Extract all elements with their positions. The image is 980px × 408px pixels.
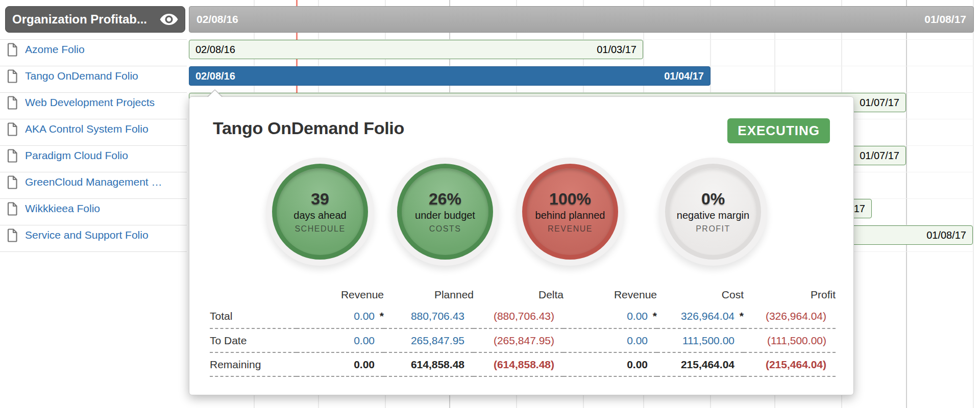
status-badge: EXECUTING — [727, 118, 830, 143]
timeline-start-date: 02/08/16 — [197, 13, 238, 26]
folio-link[interactable]: Tango OnDemand Folio — [25, 70, 138, 82]
row-label: Remaining — [210, 352, 297, 376]
column-header: Delta — [474, 285, 564, 304]
gauge-metric: COSTS — [429, 224, 461, 234]
table-row: Remaining0.00614,858.48(614,858.48)0.002… — [210, 352, 836, 376]
folio-link[interactable]: Web Development Projects — [25, 96, 155, 109]
document-icon — [7, 122, 18, 136]
cell-value: 0.00 — [354, 310, 375, 322]
portfolio-header: Organization Profitab... — [5, 6, 185, 33]
gauge-profit: 0%negative marginPROFIT — [659, 158, 767, 266]
gauge-label: days ahead — [293, 210, 346, 221]
gantt-bar[interactable]: 02/08/1601/03/17 — [189, 40, 643, 59]
sidebar-item[interactable]: Wikkkieea Folio — [7, 198, 185, 219]
month-gridline — [906, 0, 907, 408]
column-header: Cost — [657, 285, 744, 304]
document-icon — [7, 96, 18, 110]
bar-start-date: 02/08/16 — [195, 44, 235, 56]
document-icon — [7, 149, 18, 163]
cell-value: (215,464.04) — [766, 359, 826, 370]
column-header: Planned — [384, 285, 474, 304]
timeline-end-date: 01/08/17 — [924, 13, 966, 26]
gauge-value: 39 — [311, 190, 329, 209]
gauge-row: 39days aheadSCHEDULE26%under budgetCOSTS… — [189, 158, 853, 268]
bar-end-date: 01/04/17 — [664, 70, 704, 82]
gauge-label: negative margin — [677, 210, 749, 221]
gauge-revenue: 100%behind plannedREVENUE — [516, 158, 624, 266]
table-row: Total0.00*880,706.43(880,706.43)0.00*326… — [210, 304, 836, 328]
gauge-value: 0% — [701, 190, 725, 209]
row-separator — [0, 251, 187, 252]
asterisk-marker: * — [375, 310, 384, 322]
timeline-header: 02/08/16 01/08/17 — [189, 6, 974, 33]
gauge-metric: REVENUE — [548, 224, 593, 234]
folio-link[interactable]: GreenCloud Management … — [25, 176, 162, 188]
row-label: To Date — [210, 328, 297, 352]
document-icon — [7, 202, 18, 216]
cell-value: 0.00 — [354, 359, 375, 370]
document-icon — [7, 175, 18, 189]
folio-link[interactable]: Paradigm Cloud Folio — [25, 149, 128, 162]
cell-value: (614,858.48) — [494, 359, 554, 370]
column-header: Revenue — [297, 285, 384, 304]
sidebar-item[interactable]: Azome Folio — [7, 39, 185, 60]
cell-value: 0.00 — [627, 310, 648, 322]
bar-end-date: 01/08/17 — [926, 230, 966, 241]
bar-end-date: 01/07/17 — [860, 97, 899, 109]
gauge-costs: 26%under budgetCOSTS — [391, 158, 499, 266]
cell-value: 111,500.00 — [682, 335, 734, 346]
sidebar-item[interactable]: Tango OnDemand Folio — [7, 66, 185, 86]
gauge-value: 100% — [549, 190, 591, 209]
sidebar-item[interactable]: Paradigm Cloud Folio — [7, 145, 185, 166]
sidebar-item[interactable]: AKA Control System Folio — [7, 119, 185, 139]
table-row: To Date0.00265,847.95(265,847.95)0.00111… — [210, 328, 836, 352]
gauge-label: behind planned — [535, 210, 605, 221]
asterisk-marker: * — [648, 310, 657, 322]
cell-value: (326,964.04) — [766, 310, 826, 322]
month-gridline — [973, 0, 974, 408]
column-header: Revenue — [564, 285, 657, 304]
portfolio-gantt-view: Organization Profitab... 02/08/16 01/08/… — [0, 0, 980, 408]
gauge-metric: SCHEDULE — [295, 224, 345, 234]
gauge-schedule: 39days aheadSCHEDULE — [266, 158, 374, 266]
gauge-value: 26% — [429, 190, 461, 209]
folio-link[interactable]: Azome Folio — [25, 43, 85, 56]
document-icon — [7, 43, 18, 57]
gantt-bar[interactable]: 02/08/1601/04/17 — [189, 66, 710, 86]
bar-start-date: 02/08/16 — [195, 70, 235, 82]
cell-value: 614,858.48 — [411, 359, 464, 370]
document-icon — [7, 228, 18, 242]
cell-value: 0.00 — [627, 335, 648, 346]
folio-link[interactable]: AKA Control System Folio — [25, 123, 149, 135]
bar-end-date: 01/03/17 — [597, 44, 636, 56]
row-label: Total — [210, 304, 297, 328]
column-header: Profit — [744, 285, 836, 304]
cell-value: 265,847.95 — [411, 335, 464, 346]
portfolio-title: Organization Profitab... — [12, 12, 156, 27]
cell-value: (265,847.95) — [494, 335, 554, 346]
asterisk-marker: * — [734, 310, 744, 322]
folio-link[interactable]: Wikkkieea Folio — [25, 202, 100, 215]
cell-value: 326,964.04 — [681, 310, 734, 322]
cell-value: 880,706.43 — [411, 310, 464, 322]
sidebar-item[interactable]: Service and Support Folio — [7, 225, 185, 245]
cell-value: 0.00 — [627, 359, 648, 370]
gauge-metric: PROFIT — [696, 224, 730, 234]
folio-details-popup: Tango OnDemand Folio EXECUTING 39days ah… — [189, 96, 854, 395]
table-corner — [210, 285, 297, 304]
financials-table: RevenuePlannedDeltaRevenueCostProfit Tot… — [210, 285, 836, 377]
cell-value: 0.00 — [354, 335, 375, 346]
gauge-label: under budget — [415, 210, 475, 221]
document-icon — [7, 69, 18, 83]
folio-link[interactable]: Service and Support Folio — [25, 229, 149, 241]
cell-value: (111,500.00) — [767, 335, 826, 346]
sidebar-item[interactable]: Web Development Projects — [7, 92, 185, 113]
bar-end-date: 01/07/17 — [860, 150, 899, 162]
cell-value: 215,464.04 — [681, 359, 734, 370]
popup-title: Tango OnDemand Folio — [213, 118, 404, 138]
sidebar-item[interactable]: GreenCloud Management … — [7, 172, 185, 192]
cell-value: (880,706.43) — [494, 310, 554, 322]
eye-icon[interactable] — [159, 13, 179, 26]
